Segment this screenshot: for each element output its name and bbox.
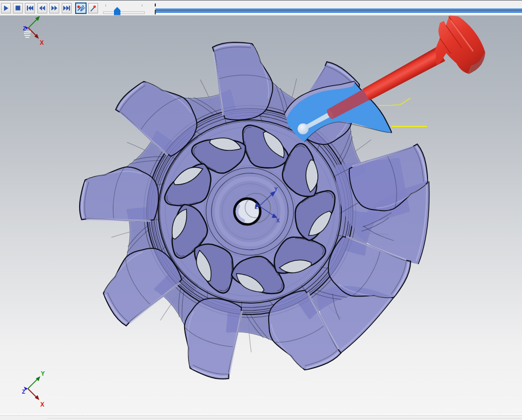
svg-text:X: X bbox=[40, 401, 44, 408]
svg-text:Z: Z bbox=[23, 26, 26, 31]
svg-text:X: X bbox=[276, 217, 280, 223]
svg-text:Z: Z bbox=[255, 205, 258, 210]
svg-text:X: X bbox=[40, 39, 44, 46]
svg-text:Y: Y bbox=[41, 370, 45, 377]
svg-text:Z: Z bbox=[22, 389, 25, 395]
svg-text:Y: Y bbox=[274, 186, 278, 192]
